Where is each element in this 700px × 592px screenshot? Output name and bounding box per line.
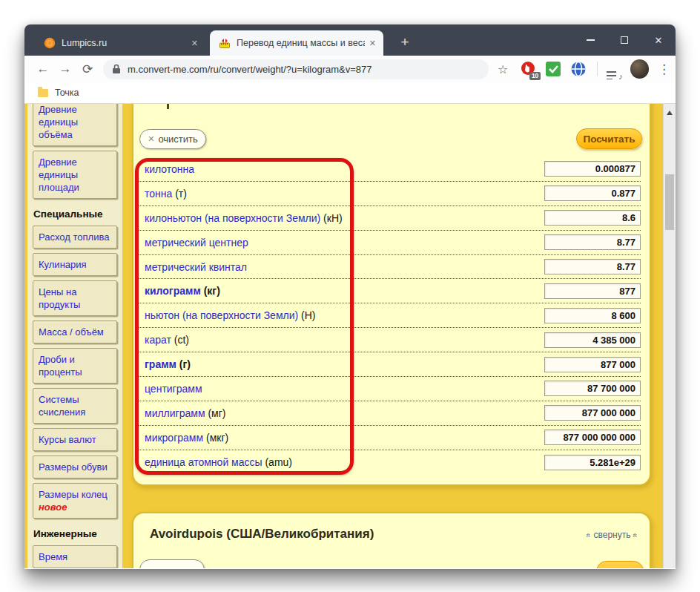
sidebar-item-label[interactable]: Время <box>39 551 67 562</box>
close-window-button[interactable]: ✕ <box>641 24 676 56</box>
sidebar-item[interactable]: Курсы валют <box>33 428 117 451</box>
unit-value-input[interactable] <box>544 357 641 372</box>
lock-icon <box>112 64 121 74</box>
unit-value-input[interactable] <box>544 405 641 421</box>
unit-link[interactable]: килоньютон (на поверхности Земли) <box>145 212 320 224</box>
tab-close-icon[interactable]: ✕ <box>191 39 198 48</box>
unit-link[interactable]: килотонна <box>145 163 194 175</box>
unit-value-input[interactable] <box>544 381 641 396</box>
maximize-button[interactable] <box>607 24 641 56</box>
unit-link[interactable]: грамм <box>145 358 176 370</box>
unit-value-input[interactable] <box>544 308 641 323</box>
unit-link[interactable]: карат <box>145 334 171 346</box>
sidebar-item[interactable]: Время <box>33 545 117 568</box>
new-tab-button[interactable]: + <box>395 33 415 53</box>
unit-symbol: (кг) <box>201 285 220 297</box>
sidebar-item[interactable]: Древние единицы объёма <box>33 104 117 146</box>
sidebar-item-label[interactable]: Расход топлива <box>39 231 109 243</box>
unit-value-input[interactable] <box>544 332 641 348</box>
unit-link[interactable]: центиграмм <box>145 383 202 395</box>
sidebar-section-header: Специальные <box>31 203 119 221</box>
sidebar-item[interactable]: Размеры обуви <box>33 455 117 478</box>
sidebar-item[interactable]: Дроби и проценты <box>33 348 117 384</box>
sidebar-item-label[interactable]: Цены на продукты <box>39 286 80 310</box>
extension-badge: 10 <box>529 72 541 80</box>
collapse-link[interactable]: « свернуть « <box>587 530 638 540</box>
unit-name: карат (ct) <box>145 334 189 346</box>
browser-toolbar: ← → ⟳ m.convert-me.com/ru/convert/weight… <box>24 56 676 82</box>
tab-lumpics[interactable]: Lumpics.ru ✕ <box>35 30 205 56</box>
unit-link[interactable]: метрический центнер <box>145 237 248 249</box>
sidebar-item-label[interactable]: Системы счисления <box>39 394 85 418</box>
sidebar-item-label[interactable]: Кулинария <box>39 259 87 270</box>
sidebar-item[interactable]: Масса / объём <box>33 320 117 343</box>
extensions-area: 10 <box>520 61 587 77</box>
profile-avatar[interactable] <box>630 59 649 79</box>
scrollbar-thumb[interactable] <box>665 174 674 230</box>
chevron-up-icon: « <box>584 533 592 537</box>
unit-value-input[interactable] <box>544 455 641 470</box>
unit-row: центиграмм <box>135 377 641 401</box>
reload-button-icon[interactable]: ⟳ <box>76 62 99 77</box>
sidebar: Древние единицы объёмаДревние единицы пл… <box>27 104 122 568</box>
convert-me-favicon-icon <box>219 37 231 49</box>
minimize-button[interactable] <box>573 24 607 56</box>
unit-link[interactable]: миллиграмм <box>145 407 205 419</box>
clear-button[interactable]: ✕ очистить <box>139 129 206 149</box>
avoirdupois-section-panel: Avoirdupois (США/Великобритания) « сверн… <box>132 512 651 568</box>
unit-value-input[interactable] <box>544 185 641 201</box>
sidebar-item[interactable]: Древние единицы площади <box>33 151 117 199</box>
clipped-heading-fragment <box>167 104 169 109</box>
sidebar-item-label[interactable]: Дроби и проценты <box>39 354 82 378</box>
clear-button-2[interactable] <box>139 559 205 568</box>
unit-value-input[interactable] <box>544 210 641 226</box>
unit-row: грамм (г) <box>135 352 641 377</box>
tab-convert-me[interactable]: Перевод единиц массы и веса ✕ <box>210 30 383 56</box>
adblock-extension-icon[interactable]: 10 <box>520 61 536 77</box>
calculate-button[interactable]: Посчитать <box>576 128 642 149</box>
globe-extension-icon[interactable] <box>570 61 587 77</box>
scroll-up-arrow-icon[interactable] <box>667 111 673 115</box>
sidebar-item[interactable]: Кулинария <box>33 253 117 276</box>
sidebar-item-label[interactable]: Древние единицы объёма <box>39 104 78 140</box>
unit-row: килотонна <box>135 157 641 182</box>
bookmark-star-icon[interactable]: ☆ <box>498 62 508 76</box>
sidebar-item[interactable]: Расход топлива <box>33 226 117 249</box>
sidebar-item[interactable]: Цены на продукты <box>33 280 117 316</box>
sidebar-item-label[interactable]: Размеры колец <box>39 489 108 500</box>
sidebar-item-label[interactable]: Размеры обуви <box>39 461 108 473</box>
forward-button-icon[interactable]: → <box>54 62 76 76</box>
unit-value-input[interactable] <box>544 259 641 274</box>
tab-close-icon[interactable]: ✕ <box>369 39 376 48</box>
bookmark-folder-label[interactable]: Точка <box>55 88 79 98</box>
address-bar[interactable]: m.convert-me.com/ru/convert/weight/?u=ki… <box>103 59 489 79</box>
unit-link[interactable]: единица атомной массы <box>145 456 262 468</box>
unit-name: микрограмм (мкг) <box>145 432 228 444</box>
sidebar-item[interactable]: Размеры колец новое <box>33 483 117 519</box>
calculate-button-2[interactable] <box>596 561 644 568</box>
unit-value-input[interactable] <box>544 161 641 177</box>
unit-name: тонна (т) <box>145 188 187 200</box>
unit-link[interactable]: микрограмм <box>145 432 203 444</box>
unit-symbol: (ct) <box>171 334 189 346</box>
unit-name: центиграмм <box>145 383 202 395</box>
sidebar-item-label[interactable]: Древние единицы площади <box>39 157 79 193</box>
page-scrollbar[interactable] <box>663 104 676 568</box>
browser-menu-icon[interactable]: ⋮ <box>658 62 668 77</box>
sidebar-item-label[interactable]: Курсы валют <box>39 434 96 445</box>
back-button-icon[interactable]: ← <box>32 62 54 76</box>
unit-name: килограмм (кг) <box>145 285 220 297</box>
unit-name: миллиграмм (мг) <box>145 407 226 419</box>
unit-value-input[interactable] <box>544 283 641 299</box>
unit-link[interactable]: ньютон (на поверхности Земли) <box>145 309 298 321</box>
url-text[interactable]: m.convert-me.com/ru/convert/weight/?u=ki… <box>128 64 372 75</box>
checkmark-extension-icon[interactable] <box>545 61 561 77</box>
sidebar-item-label[interactable]: Масса / объём <box>39 326 104 338</box>
sidebar-item[interactable]: Системы счисления <box>33 388 117 424</box>
unit-link[interactable]: тонна <box>145 188 172 200</box>
unit-value-input[interactable] <box>544 430 641 445</box>
lumpics-favicon-icon <box>44 37 56 49</box>
unit-value-input[interactable] <box>544 234 641 250</box>
unit-link[interactable]: метрический квинтал <box>145 261 247 273</box>
unit-link[interactable]: килограмм <box>145 285 201 297</box>
